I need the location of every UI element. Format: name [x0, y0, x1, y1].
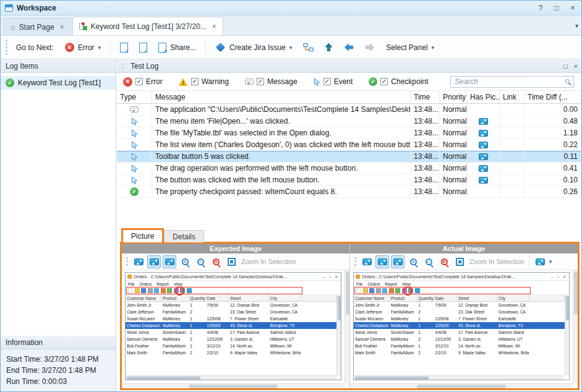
- orders-column-header[interactable]: Quantity: [417, 295, 434, 301]
- search-input[interactable]: [450, 76, 574, 88]
- orders-row[interactable]: Bob FeatherFamilyAlbum13/12/1014. North …: [354, 343, 565, 349]
- filter-error[interactable]: ✕✓Error: [123, 77, 163, 87]
- maximize-button[interactable]: □: [552, 4, 561, 12]
- go-to-error-button[interactable]: ✕ Error ▾: [61, 40, 105, 54]
- orders-menu-item[interactable]: View: [174, 282, 182, 286]
- picture-icon[interactable]: [479, 177, 488, 184]
- actual-vscrollbar[interactable]: [573, 270, 578, 383]
- column-header[interactable]: Type: [117, 91, 152, 103]
- forward-button[interactable]: [361, 41, 379, 54]
- upload-button[interactable]: [320, 40, 337, 54]
- zoom-restore-button[interactable]: ✕: [209, 255, 223, 268]
- orders-row[interactable]: John Smith JrMyMoney17/5/0912. Orange Bl…: [354, 302, 565, 309]
- filter-event[interactable]: ✓Event: [314, 77, 353, 86]
- orders-menu-item[interactable]: Report: [156, 282, 169, 286]
- orders-column-header[interactable]: Customer Name: [126, 295, 161, 301]
- column-header[interactable]: Message: [152, 91, 411, 103]
- close-tab-icon[interactable]: ×: [212, 22, 216, 31]
- zoom-in-button[interactable]: +: [178, 255, 192, 268]
- orders-column-header[interactable]: Product: [161, 295, 189, 301]
- log-row[interactable]: The application "C:\Users\Public\Documen…: [117, 104, 581, 116]
- orders-row[interactable]: Steve JohnsScreenSaver14/4/0817. Park Av…: [126, 329, 336, 336]
- zoom-in-selection-button[interactable]: [225, 255, 238, 268]
- picture-view-button[interactable]: [534, 255, 547, 268]
- orders-column-header[interactable]: Customer Name: [354, 295, 390, 301]
- orders-row[interactable]: Mark SmithFamilyAlbum22/2/109. Maple Val…: [354, 349, 565, 356]
- orders-column-header[interactable]: Date: [206, 295, 229, 301]
- zoom-in-selection-button[interactable]: [453, 255, 466, 268]
- tab-overflow-caret[interactable]: ▾: [575, 22, 578, 29]
- picture-view-caret[interactable]: ▾: [549, 258, 552, 265]
- orders-menu-item[interactable]: Orders: [367, 282, 380, 286]
- error-checkbox[interactable]: ✓: [135, 78, 143, 85]
- orders-column-header[interactable]: Street: [457, 295, 497, 301]
- orders-row[interactable]: John Smith JrMyMoney17/5/0912. Orange Bl…: [126, 302, 336, 309]
- orders-row[interactable]: Bob FeatherFamilyAlbum13/12/1014. North …: [126, 343, 336, 349]
- zoom-in-button[interactable]: +: [406, 255, 420, 268]
- orders-hscrollbar[interactable]: [126, 375, 336, 380]
- pan-tool-button[interactable]: [375, 255, 389, 268]
- picture-icon[interactable]: [479, 153, 488, 160]
- log-row[interactable]: The button was clicked with the left mou…: [117, 174, 581, 186]
- zoom-out-button[interactable]: −: [422, 255, 435, 268]
- log-row[interactable]: Toolbar button 5 was clicked.13:48...Nor…: [117, 151, 581, 163]
- zoom-out-button[interactable]: −: [194, 255, 207, 268]
- orders-row[interactable]: Charles DodgesonMyMoney112/5/0943. Stone…: [354, 322, 565, 329]
- orders-column-header[interactable]: Quantity: [189, 295, 205, 301]
- jump-to-operation-button[interactable]: [299, 40, 318, 54]
- toolbar-grip[interactable]: [354, 257, 357, 266]
- log-row[interactable]: The menu item 'File|Open...' was clicked…: [117, 116, 581, 127]
- select-panel-button[interactable]: Select Panel ▾: [382, 41, 439, 54]
- event-checkbox[interactable]: ✓: [323, 78, 331, 85]
- orders-vscrollbar[interactable]: [565, 295, 569, 375]
- picture-icon[interactable]: [479, 142, 488, 148]
- close-button[interactable]: ×: [568, 4, 577, 12]
- column-header[interactable]: Has Pic...: [467, 91, 500, 103]
- orders-column-header[interactable]: Product: [390, 295, 417, 301]
- orders-vscrollbar[interactable]: [336, 295, 341, 375]
- close-panel-button[interactable]: ×: [574, 62, 578, 70]
- back-button[interactable]: [340, 41, 358, 54]
- expected-hscrollbar[interactable]: [122, 383, 344, 388]
- checkpoint-checkbox[interactable]: ✓: [380, 78, 388, 85]
- log-row[interactable]: The file 'MyTable.tbl' was selected in t…: [117, 127, 581, 139]
- expected-vscrollbar[interactable]: [344, 270, 349, 383]
- orders-row[interactable]: Charles DodgesonMyMoney112/5/0943. Stone…: [126, 322, 336, 329]
- orders-menu-item[interactable]: Report: [385, 282, 397, 286]
- orders-row[interactable]: Samuel ClemensMyMoney212/12/093. Garden …: [354, 336, 565, 343]
- column-header[interactable]: Link: [500, 91, 524, 103]
- orders-menu-item[interactable]: File: [128, 282, 134, 286]
- orders-row[interactable]: Samuel ClemensMyMoney212/12/093. Garden …: [126, 336, 336, 343]
- panel-grip[interactable]: [122, 63, 124, 69]
- tab-picture[interactable]: Picture: [121, 228, 164, 242]
- picture-icon[interactable]: [479, 165, 488, 172]
- compare-tool-button[interactable]: [163, 255, 176, 268]
- orders-hscrollbar[interactable]: [354, 375, 565, 380]
- share-button[interactable]: Share...: [154, 40, 200, 55]
- copy-log-button[interactable]: [116, 40, 132, 55]
- tab-keyword-test-log[interactable]: Keyword Test Log [Test1] 3/27/20... ×: [72, 17, 223, 35]
- toolbar-grip[interactable]: [126, 257, 129, 266]
- actual-hscrollbar[interactable]: [350, 383, 573, 388]
- orders-menu-item[interactable]: File: [356, 282, 362, 286]
- create-jira-issue-button[interactable]: Create Jira Issue ▾: [211, 41, 296, 54]
- orders-row[interactable]: Mark SmithFamilyAlbum22/2/109. Maple Val…: [126, 349, 336, 356]
- save-log-button[interactable]: [135, 40, 152, 55]
- export-picture-button[interactable]: [132, 255, 145, 268]
- pan-tool-button[interactable]: [147, 255, 161, 268]
- tree-item-keyword-test-log[interactable]: ✓ Keyword Test Log [Test1]: [1, 76, 116, 90]
- column-header[interactable]: Priority: [440, 91, 467, 103]
- maximize-panel-button[interactable]: □: [563, 62, 568, 70]
- log-row[interactable]: ✓The property checkpoint passed: wItemCo…: [117, 186, 581, 198]
- filter-checkpoint[interactable]: ✓✓Checkpoint: [369, 77, 428, 86]
- picture-icon[interactable]: [479, 118, 488, 125]
- picture-icon[interactable]: [479, 130, 488, 137]
- orders-row[interactable]: Clare JeffersonFamilyAlbum223. Oak Stree…: [126, 309, 336, 315]
- log-row[interactable]: The list view item ('Charles Dodgeson', …: [117, 139, 581, 151]
- tab-details[interactable]: Details: [164, 230, 204, 242]
- orders-column-header[interactable]: City: [269, 295, 301, 301]
- column-header[interactable]: Time Diff (...: [524, 91, 581, 103]
- compare-tool-button[interactable]: [391, 255, 404, 268]
- column-header[interactable]: Time: [411, 91, 440, 103]
- warning-checkbox[interactable]: ✓: [191, 78, 199, 85]
